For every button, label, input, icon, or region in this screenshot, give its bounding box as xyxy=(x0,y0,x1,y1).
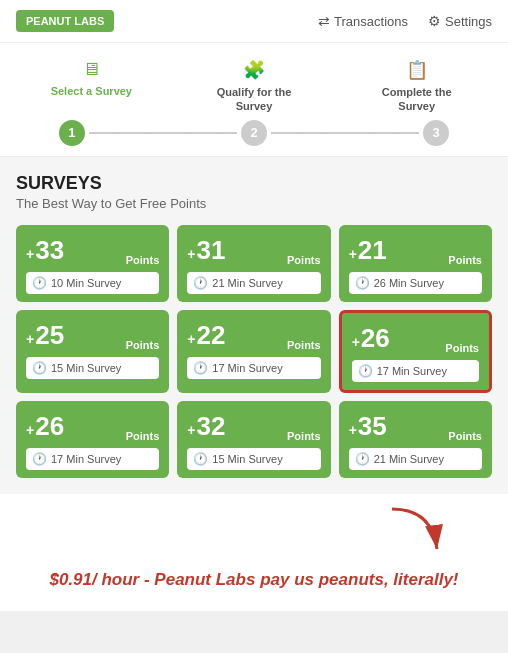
surveys-subtitle: The Best Way to Get Free Points xyxy=(16,196,492,211)
step-2-icon: 🧩 xyxy=(243,59,265,81)
survey-points-value: 25 xyxy=(35,320,64,351)
survey-points-value: 32 xyxy=(197,411,226,442)
bottom-text: $0.91/ hour - Peanut Labs pay us peanuts… xyxy=(39,564,468,602)
surveys-title: SURVEYS xyxy=(16,173,492,194)
survey-card[interactable]: + 25 Points 🕐 15 Min Survey xyxy=(16,310,169,393)
survey-points-label: Points xyxy=(287,430,321,442)
survey-card[interactable]: + 31 Points 🕐 21 Min Survey xyxy=(177,225,330,302)
header: PEANUT LABS ⇄ Transactions ⚙ Settings xyxy=(0,0,508,43)
survey-points-label: Points xyxy=(445,342,479,354)
clock-icon: 🕐 xyxy=(193,452,208,466)
survey-points-value: 31 xyxy=(197,235,226,266)
survey-duration-text: 21 Min Survey xyxy=(374,453,444,465)
survey-duration: 🕐 10 Min Survey xyxy=(26,272,159,294)
survey-duration-text: 26 Min Survey xyxy=(374,277,444,289)
app-container: PEANUT LABS ⇄ Transactions ⚙ Settings 🖥 … xyxy=(0,0,508,611)
survey-duration-text: 10 Min Survey xyxy=(51,277,121,289)
step-circle-2: 2 xyxy=(241,120,267,146)
survey-points-row: + 35 Points xyxy=(349,411,482,442)
survey-plus-icon: + xyxy=(187,246,195,262)
survey-duration: 🕐 15 Min Survey xyxy=(26,357,159,379)
survey-duration: 🕐 26 Min Survey xyxy=(349,272,482,294)
survey-card[interactable]: + 26 Points 🕐 17 Min Survey xyxy=(339,310,492,393)
survey-grid: + 33 Points 🕐 10 Min Survey + 31 Points … xyxy=(16,225,492,478)
survey-plus-icon: + xyxy=(349,422,357,438)
steps-numbers-row: 1 2 3 xyxy=(59,120,449,146)
survey-duration: 🕐 21 Min Survey xyxy=(349,448,482,470)
arrow-icon xyxy=(372,504,452,564)
clock-icon: 🕐 xyxy=(193,361,208,375)
survey-points-value: 33 xyxy=(35,235,64,266)
clock-icon: 🕐 xyxy=(32,276,47,290)
survey-points-row: + 25 Points xyxy=(26,320,159,351)
survey-points-value: 26 xyxy=(35,411,64,442)
survey-points-label: Points xyxy=(448,430,482,442)
survey-duration-text: 15 Min Survey xyxy=(212,453,282,465)
survey-points-row: + 31 Points xyxy=(187,235,320,266)
survey-points-label: Points xyxy=(126,430,160,442)
survey-duration: 🕐 17 Min Survey xyxy=(26,448,159,470)
step-1: 🖥 Select a Survey xyxy=(10,59,173,98)
survey-duration: 🕐 17 Min Survey xyxy=(352,360,479,382)
survey-points-row: + 26 Points xyxy=(352,323,479,354)
clock-icon: 🕐 xyxy=(193,276,208,290)
step-line-1 xyxy=(89,132,237,134)
survey-duration-text: 17 Min Survey xyxy=(377,365,447,377)
steps-row: 🖥 Select a Survey 🧩 Qualify for the Surv… xyxy=(10,59,498,114)
survey-duration: 🕐 17 Min Survey xyxy=(187,357,320,379)
step-1-label: Select a Survey xyxy=(51,84,132,98)
survey-points-label: Points xyxy=(126,254,160,266)
settings-link[interactable]: ⚙ Settings xyxy=(428,13,492,29)
survey-plus-icon: + xyxy=(349,246,357,262)
survey-card[interactable]: + 22 Points 🕐 17 Min Survey xyxy=(177,310,330,393)
step-line-2 xyxy=(271,132,419,134)
survey-plus-icon: + xyxy=(187,422,195,438)
survey-card[interactable]: + 32 Points 🕐 15 Min Survey xyxy=(177,401,330,478)
settings-icon: ⚙ xyxy=(428,13,441,29)
survey-duration-text: 17 Min Survey xyxy=(212,362,282,374)
survey-points-row: + 21 Points xyxy=(349,235,482,266)
survey-points-value: 35 xyxy=(358,411,387,442)
step-3: 📋 Complete the Survey xyxy=(335,59,498,114)
survey-duration-text: 21 Min Survey xyxy=(212,277,282,289)
clock-icon: 🕐 xyxy=(358,364,373,378)
step-1-icon: 🖥 xyxy=(82,59,100,80)
clock-icon: 🕐 xyxy=(355,276,370,290)
survey-points-row: + 33 Points xyxy=(26,235,159,266)
survey-plus-icon: + xyxy=(26,246,34,262)
survey-points-value: 21 xyxy=(358,235,387,266)
settings-label: Settings xyxy=(445,14,492,29)
survey-duration-text: 17 Min Survey xyxy=(51,453,121,465)
survey-points-row: + 22 Points xyxy=(187,320,320,351)
survey-points-row: + 32 Points xyxy=(187,411,320,442)
survey-duration: 🕐 15 Min Survey xyxy=(187,448,320,470)
header-nav: ⇄ Transactions ⚙ Settings xyxy=(318,13,492,29)
clock-icon: 🕐 xyxy=(32,452,47,466)
surveys-content: SURVEYS The Best Way to Get Free Points … xyxy=(0,157,508,494)
survey-card[interactable]: + 21 Points 🕐 26 Min Survey xyxy=(339,225,492,302)
steps-container: 🖥 Select a Survey 🧩 Qualify for the Surv… xyxy=(0,43,508,157)
step-3-label: Complete the Survey xyxy=(367,85,467,114)
survey-card[interactable]: + 33 Points 🕐 10 Min Survey xyxy=(16,225,169,302)
survey-points-label: Points xyxy=(448,254,482,266)
transactions-link[interactable]: ⇄ Transactions xyxy=(318,13,408,29)
survey-duration-text: 15 Min Survey xyxy=(51,362,121,374)
survey-points-label: Points xyxy=(287,339,321,351)
bottom-section: $0.91/ hour - Peanut Labs pay us peanuts… xyxy=(0,494,508,612)
survey-plus-icon: + xyxy=(352,334,360,350)
step-circle-1: 1 xyxy=(59,120,85,146)
survey-points-value: 22 xyxy=(197,320,226,351)
survey-points-row: + 26 Points xyxy=(26,411,159,442)
clock-icon: 🕐 xyxy=(32,361,47,375)
logo: PEANUT LABS xyxy=(16,10,114,32)
transactions-icon: ⇄ xyxy=(318,13,330,29)
survey-plus-icon: + xyxy=(26,331,34,347)
step-circle-3: 3 xyxy=(423,120,449,146)
survey-card[interactable]: + 35 Points 🕐 21 Min Survey xyxy=(339,401,492,478)
survey-points-label: Points xyxy=(126,339,160,351)
survey-plus-icon: + xyxy=(26,422,34,438)
step-2: 🧩 Qualify for the Survey xyxy=(173,59,336,114)
step-3-icon: 📋 xyxy=(406,59,428,81)
survey-duration: 🕐 21 Min Survey xyxy=(187,272,320,294)
survey-card[interactable]: + 26 Points 🕐 17 Min Survey xyxy=(16,401,169,478)
